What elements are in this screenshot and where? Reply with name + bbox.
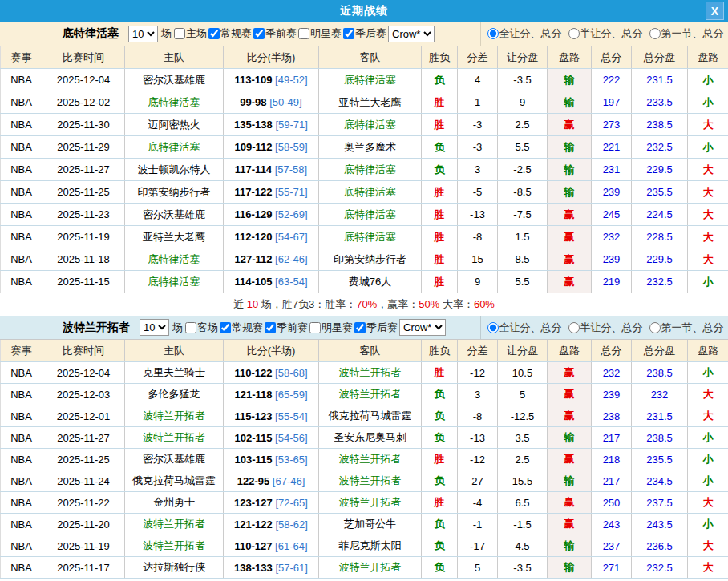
odds-type-radio-group: 全让分、总分半让分、总分第一节、总分 <box>481 321 728 335</box>
away-team-name: 俄克拉荷马城雷霆 <box>329 410 412 422</box>
filter-checkbox[interactable]: 主场 <box>172 26 207 41</box>
filter-checkbox-label: 明星赛 <box>322 321 353 335</box>
away-team-name: 底特律活塞 <box>344 119 396 131</box>
odds-type-radio-input[interactable] <box>649 322 661 333</box>
away-team-name: 波特兰开拓者 <box>339 366 402 378</box>
half-time-score: [65-59] <box>272 389 307 401</box>
column-header: 盘路 <box>688 340 728 362</box>
filter-checkbox-group: 主场常规赛季前赛明星赛季后赛 <box>172 26 386 41</box>
final-score: 113-109 <box>234 74 272 86</box>
game-row: NBA2025-12-02底特律活塞99-98 [50-49]亚特兰大老鹰胜19… <box>1 91 728 114</box>
filter-checkbox-input[interactable] <box>309 322 321 333</box>
cell-away-team: 俄克拉荷马城雷霆 <box>319 405 422 427</box>
odds-type-radio-input[interactable] <box>568 28 580 39</box>
cell-ou-outcome: 小 <box>688 470 728 492</box>
filter-checkbox[interactable]: 常规赛 <box>218 321 263 335</box>
games-count-select[interactable]: 10 <box>140 319 169 336</box>
final-score: 114-105 <box>234 276 272 288</box>
games-count-select[interactable]: 10 <box>128 26 158 42</box>
filter-checkbox-label: 季后赛 <box>355 26 386 41</box>
filter-checkbox[interactable]: 季后赛 <box>353 321 398 335</box>
odds-type-radio[interactable]: 全让分、总分 <box>486 26 562 41</box>
odds-type-radio[interactable]: 第一节、总分 <box>648 26 724 41</box>
cell-total-points: 219 <box>592 271 632 293</box>
odds-type-radio[interactable]: 全让分、总分 <box>486 321 562 335</box>
odds-type-radio-label: 全让分、总分 <box>499 26 562 41</box>
half-time-score: [58-68] <box>272 367 307 379</box>
cell-away-team: 底特律活塞 <box>319 181 422 204</box>
cell-ou-outcome: 小 <box>688 91 728 114</box>
cell-handicap-outcome: 输 <box>548 136 592 159</box>
cell-result: 负 <box>422 427 458 449</box>
filter-checkbox[interactable]: 季前赛 <box>263 321 308 335</box>
cell-handicap-line: -1.5 <box>498 514 548 535</box>
cell-score: 110-127 [61-64] <box>224 535 319 557</box>
bookmaker-select[interactable]: Crow* <box>399 319 446 336</box>
games-suffix-label: 场 <box>161 26 172 41</box>
cell-score: 123-127 [72-65] <box>224 492 319 514</box>
filter-checkbox[interactable]: 明星赛 <box>308 321 353 335</box>
cell-date: 2025-11-17 <box>42 557 125 579</box>
cell-total-line: 229.5 <box>632 248 688 271</box>
cell-league: NBA <box>1 535 42 557</box>
bookmaker-select[interactable]: Crow* <box>388 26 435 42</box>
column-header: 盘路 <box>548 46 592 69</box>
final-score: 121-122 <box>234 518 273 531</box>
odds-type-radio[interactable]: 半让分、总分 <box>567 26 643 41</box>
cell-home-team: 底特律活塞 <box>125 91 224 114</box>
game-row: NBA2025-11-19波特兰开拓者110-127 [61-64]菲尼克斯太阳… <box>1 535 728 557</box>
cell-result: 负 <box>422 405 458 427</box>
column-header: 胜负 <box>422 46 458 69</box>
final-score: 127-112 <box>234 253 272 265</box>
filter-checkbox[interactable]: 季前赛 <box>252 26 297 41</box>
cell-away-team: 波特兰开拓者 <box>319 449 422 470</box>
cell-home-team: 密尔沃基雄鹿 <box>125 204 224 226</box>
summary-text: 近 <box>233 298 247 310</box>
filter-checkbox-input[interactable] <box>354 322 366 333</box>
odds-type-radio[interactable]: 第一节、总分 <box>648 321 724 335</box>
filter-checkbox-input[interactable] <box>220 322 231 333</box>
away-team-name: 奥兰多魔术 <box>344 141 396 153</box>
filter-checkbox[interactable]: 客场 <box>184 321 218 335</box>
game-row: NBA2025-11-18底特律活塞127-112 [62-46]印第安纳步行者… <box>1 248 728 271</box>
close-button[interactable]: X <box>706 2 724 20</box>
cell-ou-outcome: 小 <box>688 69 728 91</box>
home-team-name: 波特兰开拓者 <box>143 410 205 422</box>
cell-handicap-line: 15.5 <box>498 470 548 492</box>
half-time-score: [54-67] <box>272 231 307 243</box>
cell-ou-outcome: 大 <box>688 535 728 557</box>
filter-checkbox-input[interactable] <box>253 28 265 39</box>
odds-type-radio-input[interactable] <box>568 322 580 333</box>
odds-type-radio[interactable]: 半让分、总分 <box>567 321 643 335</box>
cell-handicap-line: 5.5 <box>498 136 548 159</box>
filter-checkbox[interactable]: 明星赛 <box>297 26 342 41</box>
filter-checkbox-input[interactable] <box>265 322 276 333</box>
cell-date: 2025-11-25 <box>42 449 125 470</box>
odds-type-radio-input[interactable] <box>649 28 661 39</box>
column-header: 比分(半场) <box>224 340 319 362</box>
cell-away-team: 圣安东尼奥马刺 <box>319 427 422 449</box>
cell-handicap-line: 2.5 <box>498 114 548 136</box>
filter-checkbox[interactable]: 季后赛 <box>342 26 386 41</box>
window-title: 近期战绩 <box>340 4 388 17</box>
filter-checkbox-input[interactable] <box>298 28 309 39</box>
cell-ou-outcome: 大 <box>688 204 728 226</box>
cell-score: 127-112 [62-46] <box>224 248 319 271</box>
odds-type-radio-label: 半让分、总分 <box>580 26 643 41</box>
cell-handicap-line: 8.5 <box>498 248 548 271</box>
cell-total-line: 238.5 <box>632 362 688 384</box>
filter-checkbox-input[interactable] <box>174 28 185 39</box>
filter-checkbox-label: 季前赛 <box>277 321 308 335</box>
odds-type-radio-input[interactable] <box>487 28 499 39</box>
filter-checkbox-input[interactable] <box>343 28 354 39</box>
final-score: 117-114 <box>235 163 272 176</box>
cell-handicap-outcome: 输 <box>548 557 592 579</box>
filter-checkbox-input[interactable] <box>185 322 196 333</box>
cell-ou-outcome: 大 <box>688 384 728 405</box>
filter-checkbox[interactable]: 常规赛 <box>207 26 252 41</box>
cell-handicap-line: 5.5 <box>498 271 548 293</box>
filter-checkbox-input[interactable] <box>208 28 220 39</box>
cell-date: 2025-11-19 <box>42 226 125 248</box>
odds-type-radio-input[interactable] <box>487 322 499 333</box>
cell-league: NBA <box>1 427 42 449</box>
